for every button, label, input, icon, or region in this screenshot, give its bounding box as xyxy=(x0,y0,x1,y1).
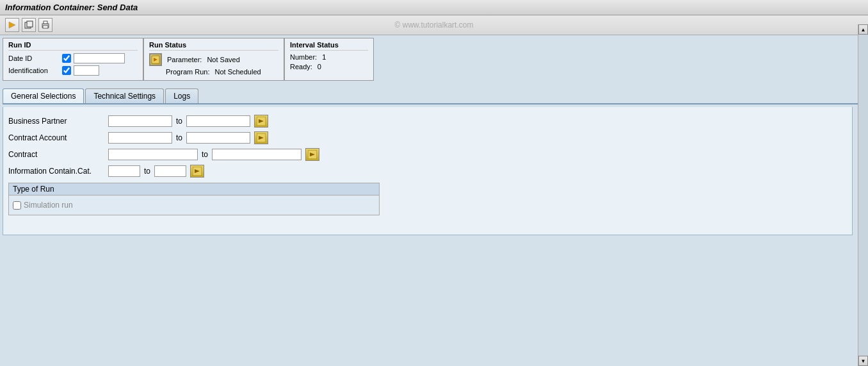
scroll-up-button[interactable]: ▲ xyxy=(858,24,868,35)
program-run-row: Program Run: Not Scheduled xyxy=(149,68,278,76)
tab-general-selections[interactable]: General Selections xyxy=(3,88,84,103)
identification-input[interactable] xyxy=(74,65,99,76)
date-id-label: Date ID xyxy=(8,54,60,62)
parameter-row: Parameter: Not Saved xyxy=(149,53,278,66)
contract-arrow-btn[interactable] xyxy=(305,148,319,161)
svg-rect-5 xyxy=(43,26,48,28)
contract-label: Contract xyxy=(8,150,104,159)
info-contain-cat-to-label: to xyxy=(144,167,150,176)
info-panel: Run ID Date ID Identification Run Status xyxy=(3,38,865,81)
identification-label: Identification xyxy=(8,67,60,74)
contract-account-to-label: to xyxy=(176,133,182,142)
info-contain-cat-label: Information Contain.Cat. xyxy=(8,167,104,176)
business-partner-row: Business Partner to xyxy=(8,115,847,128)
run-id-title: Run ID xyxy=(8,41,138,51)
contract-account-arrow-btn[interactable] xyxy=(254,131,268,144)
copy-button[interactable] xyxy=(22,18,36,32)
ready-row: Ready: 0 xyxy=(290,63,368,71)
window-title: Information Container: Send Data xyxy=(5,3,138,12)
business-partner-to-label: to xyxy=(176,117,182,126)
tab-technical-settings[interactable]: Technical Settings xyxy=(85,88,164,103)
contract-from[interactable] xyxy=(108,149,198,160)
program-run-label: Program Run: xyxy=(166,68,209,76)
watermark: © www.tutorialkart.com xyxy=(395,21,474,29)
run-id-section: Run ID Date ID Identification xyxy=(3,38,143,81)
business-partner-from[interactable] xyxy=(108,115,172,127)
scroll-down-button[interactable]: ▼ xyxy=(858,356,868,366)
business-partner-to[interactable] xyxy=(186,115,250,127)
toolbar: © www.tutorialkart.com xyxy=(0,15,868,35)
parameter-icon xyxy=(149,53,162,66)
interval-status-title: Interval Status xyxy=(290,41,368,51)
contract-to-label: to xyxy=(202,150,208,159)
date-id-row: Date ID xyxy=(8,53,138,63)
info-contain-cat-to[interactable] xyxy=(154,165,186,177)
parameter-label: Parameter: xyxy=(167,56,202,63)
run-status-title: Run Status xyxy=(149,41,278,51)
execute-button[interactable] xyxy=(5,18,19,32)
contract-to[interactable] xyxy=(212,149,301,160)
program-run-value: Not Scheduled xyxy=(214,68,261,76)
scrollbar[interactable]: ▲ ▼ xyxy=(858,24,868,366)
scroll-track xyxy=(858,35,868,356)
svg-rect-4 xyxy=(44,21,47,24)
business-partner-arrow-btn[interactable] xyxy=(254,115,268,128)
ready-value: 0 xyxy=(317,63,321,71)
identification-row: Identification xyxy=(8,65,138,76)
number-row: Number: 1 xyxy=(290,53,368,61)
simulation-label: Simulation run xyxy=(24,201,73,210)
type-of-run-title: Type of Run xyxy=(9,183,379,195)
number-value: 1 xyxy=(322,53,326,61)
tabs-container: General Selections Technical Settings Lo… xyxy=(3,88,865,104)
contract-account-row: Contract Account to xyxy=(8,131,847,144)
interval-status-section: Interval Status Number: 1 Ready: 0 xyxy=(284,38,374,81)
run-status-section: Run Status Parameter: Not Saved Program … xyxy=(143,38,284,81)
identification-checkbox[interactable] xyxy=(62,66,71,75)
info-contain-cat-arrow-btn[interactable] xyxy=(190,165,204,178)
main-window: Information Container: Send Data © www.t… xyxy=(0,0,868,366)
main-content: Run ID Date ID Identification Run Status xyxy=(0,35,868,238)
date-id-input[interactable] xyxy=(74,53,125,63)
contract-account-from[interactable] xyxy=(108,132,172,144)
business-partner-label: Business Partner xyxy=(8,117,104,126)
type-of-run-content: Simulation run xyxy=(9,195,379,215)
svg-marker-0 xyxy=(9,22,15,28)
title-bar: Information Container: Send Data xyxy=(0,0,868,15)
ready-label: Ready: xyxy=(290,63,312,71)
tab-logs[interactable]: Logs xyxy=(165,88,198,103)
svg-rect-2 xyxy=(27,21,33,27)
simulation-checkbox[interactable] xyxy=(13,201,21,210)
number-label: Number: xyxy=(290,53,317,61)
contract-row: Contract to xyxy=(8,148,847,161)
parameter-value: Not Saved xyxy=(207,56,239,63)
info-contain-cat-row: Information Contain.Cat. to xyxy=(8,165,847,178)
info-contain-cat-from[interactable] xyxy=(108,165,140,177)
tab-content-general: Business Partner to Contract Account to xyxy=(3,107,853,235)
contract-account-label: Contract Account xyxy=(8,133,104,142)
simulation-row: Simulation run xyxy=(13,201,375,210)
type-of-run-box: Type of Run Simulation run xyxy=(8,183,380,215)
contract-account-to[interactable] xyxy=(186,132,250,144)
date-id-checkbox[interactable] xyxy=(62,54,71,63)
print-button[interactable] xyxy=(38,18,52,32)
